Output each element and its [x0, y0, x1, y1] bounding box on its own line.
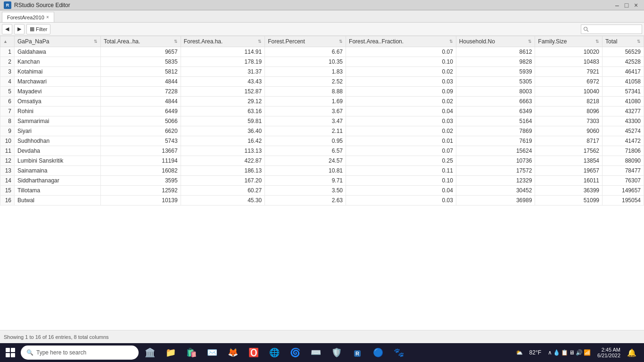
taskbar-app-keyboard[interactable]: ⌨️ [306, 344, 325, 361]
table-row[interactable]: 11 Devdaha 13667 113.13 6.57 0.07 15624 … [0, 146, 644, 156]
table-row[interactable]: 13 Sainamaina 16082 186.13 10.81 0.11 17… [0, 166, 644, 176]
taskbar-system-icons[interactable]: ∧ 💧 📋 🖥 🔊 📶 [546, 348, 593, 357]
taskbar-app-firefox[interactable]: 🦊 [223, 344, 242, 361]
taskbar-app-taj[interactable]: 🏛️ [140, 344, 159, 361]
sort-icon: ⇅ [174, 39, 178, 44]
table-row[interactable]: 10 Sudhhodhan 5743 16.42 0.95 0.01 7619 … [0, 136, 644, 146]
maximize-button[interactable]: □ [622, 1, 631, 9]
notification-icon: 🔔 [627, 349, 636, 357]
status-bar: Showing 1 to 16 of 16 entries, 8 total c… [0, 330, 644, 343]
taskbar-app-folder[interactable]: 📁 [161, 344, 180, 361]
tab-close-icon[interactable]: × [46, 15, 49, 20]
cell-rownum: 6 [0, 97, 15, 107]
cell-forestfraction: 0.04 [346, 107, 456, 116]
cell-forestarea: 114.91 [181, 47, 265, 57]
col-header-label: Forest.Area..Fraction. [349, 38, 404, 45]
table-row[interactable]: 5 Mayadevi 7228 152.87 8.88 0.09 8003 10… [0, 87, 644, 97]
cell-name: Omsatiya [15, 97, 101, 107]
volume-icon: 🔊 [576, 349, 583, 356]
col-header-householdno[interactable]: Household.No ⇅ [456, 36, 535, 47]
taskbar-search-placeholder: Type here to search [36, 349, 86, 356]
table-row[interactable]: 3 Kotahimai 5812 31.37 1.83 0.02 5939 79… [0, 67, 644, 77]
title-bar-controls: – □ × [613, 1, 640, 9]
cell-familysize: 9060 [535, 126, 603, 136]
col-header-totarea[interactable]: Total.Area..ha. ⇅ [100, 36, 181, 47]
table-row[interactable]: 9 Siyari 6620 36.40 2.11 0.02 7869 9060 … [0, 126, 644, 136]
firefox-icon: 🦊 [228, 347, 238, 358]
col-header-familysize[interactable]: Family.Size ⇅ [535, 36, 603, 47]
notification-button[interactable]: 🔔 [625, 346, 638, 359]
taskbar-app-store[interactable]: 🛍️ [182, 344, 201, 361]
cell-name: Butwal [15, 196, 101, 206]
taskbar-app-malwarebytes[interactable]: 🛡️ [327, 344, 346, 361]
taskbar-app-foxpro[interactable]: 🐾 [389, 344, 408, 361]
windows-logo-icon [6, 348, 15, 357]
table-row[interactable]: 6 Omsatiya 4844 29.12 1.69 0.02 6663 821… [0, 97, 644, 107]
table-row[interactable]: 2 Kanchan 5835 178.19 10.35 0.10 9828 10… [0, 57, 644, 67]
cell-totalarea: 10139 [100, 196, 181, 206]
cell-forestpercent: 6.67 [265, 47, 346, 57]
col-header-label: Household.No [459, 38, 495, 45]
col-header-total[interactable]: Total ⇅ [603, 36, 644, 47]
cell-total: 76307 [603, 176, 644, 186]
cell-rownum: 14 [0, 176, 15, 186]
cell-name: Sudhhodhan [15, 136, 101, 146]
toolbar: ◀ ▶ ▦ Filter [0, 23, 644, 36]
cell-forestfraction: 0.01 [346, 136, 456, 146]
cell-householdno: 7869 [456, 126, 535, 136]
filter-button[interactable]: ▦ Filter [26, 24, 50, 34]
taskbar-app-r[interactable]: 🔵 [369, 344, 388, 361]
cell-forestfraction: 0.04 [346, 186, 456, 196]
cell-familysize: 16011 [535, 176, 603, 186]
cell-rownum: 5 [0, 87, 15, 97]
cell-householdno: 6349 [456, 107, 535, 116]
cell-forestarea: 16.42 [181, 136, 265, 146]
taskbar-app-qgis[interactable]: 🌐 [265, 344, 284, 361]
taskbar-app-office[interactable]: 🅾️ [244, 344, 263, 361]
table-row[interactable]: 12 Lumbini Sanskritik 11194 422.87 24.57… [0, 156, 644, 166]
rstudio-app-icon: R [4, 1, 11, 9]
col-header-rownum[interactable]: ▲ [0, 36, 15, 47]
cell-familysize: 10040 [535, 87, 603, 97]
col-header-gapanapa[interactable]: GaPa_NaPa ⇅ [15, 36, 101, 47]
edge-icon: 🌀 [290, 347, 300, 358]
cell-name: Siddharthanagar [15, 176, 101, 186]
table-row[interactable]: 4 Marchawari 4844 43.43 2.52 0.03 5305 6… [0, 77, 644, 87]
cell-familysize: 19657 [535, 166, 603, 176]
taskbar-system-tray[interactable]: ⛅ [514, 348, 525, 357]
col-header-forestarea[interactable]: Forest.Area.ha. ⇅ [181, 36, 265, 47]
minimize-button[interactable]: – [613, 1, 621, 9]
cell-familysize: 8218 [535, 97, 603, 107]
taskbar-app-rstudio2[interactable]: R [348, 344, 367, 361]
cell-forestpercent: 0.95 [265, 136, 346, 146]
table-row[interactable]: 14 Siddharthanagar 3595 167.20 9.71 0.10… [0, 176, 644, 186]
filter-label: Filter [36, 26, 47, 32]
table-row[interactable]: 7 Rohini 6449 63.16 3.67 0.04 6349 8096 … [0, 107, 644, 116]
main-content: ▲ GaPa_NaPa ⇅ Total.Area..ha. ⇅ [0, 36, 644, 330]
cell-totalarea: 9657 [100, 47, 181, 57]
cell-forestfraction: 0.02 [346, 67, 456, 77]
start-button[interactable] [2, 344, 19, 361]
taskbar-app-edge[interactable]: 🌀 [286, 344, 305, 361]
cell-totalarea: 16082 [100, 166, 181, 176]
col-header-forestfraction[interactable]: Forest.Area..Fraction. ⇅ [346, 36, 456, 47]
taskbar-app-mail[interactable]: ✉️ [203, 344, 222, 361]
table-row[interactable]: 15 Tillotama 12592 60.27 3.50 0.04 30452… [0, 186, 644, 196]
cell-name: Devdaha [15, 146, 101, 156]
cell-totalarea: 5066 [100, 116, 181, 126]
taskbar-search[interactable]: 🔍 Type here to search [21, 346, 139, 360]
cell-familysize: 7921 [535, 67, 603, 77]
forward-button[interactable]: ▶ [14, 24, 25, 34]
back-button[interactable]: ◀ [2, 24, 12, 34]
taskbar-clock[interactable]: 2:45 AM 6/21/2022 [595, 346, 622, 359]
table-row[interactable]: 16 Butwal 10139 45.30 2.63 0.03 36989 51… [0, 196, 644, 206]
cell-total: 78477 [603, 166, 644, 176]
close-button[interactable]: × [632, 1, 640, 9]
tab-forestaera2010[interactable]: ForestArea2010 × [2, 12, 54, 22]
col-header-forestpercent[interactable]: Forest.Percent ⇅ [265, 36, 346, 47]
table-row[interactable]: 1 Galdahawa 9657 114.91 6.67 0.07 8612 1… [0, 47, 644, 57]
table-row[interactable]: 8 Sammarimai 5066 59.81 3.47 0.03 5164 7… [0, 116, 644, 126]
search-input[interactable] [581, 25, 642, 34]
data-table: ▲ GaPa_NaPa ⇅ Total.Area..ha. ⇅ [0, 36, 644, 206]
taskbar-right-icons-group[interactable]: 82°F [528, 348, 543, 357]
